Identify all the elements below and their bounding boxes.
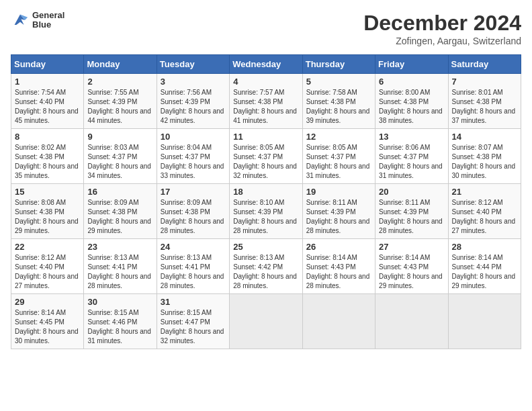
day-number: 3 bbox=[161, 77, 226, 87]
day-info: Sunrise: 7:54 AMSunset: 4:40 PMDaylight:… bbox=[15, 88, 80, 126]
day-number: 19 bbox=[306, 187, 371, 197]
calendar-week-row: 15Sunrise: 8:08 AMSunset: 4:38 PMDayligh… bbox=[11, 184, 521, 239]
day-info: Sunrise: 8:14 AMSunset: 4:43 PMDaylight:… bbox=[379, 253, 444, 291]
logo: General Blue bbox=[11, 11, 64, 30]
calendar-cell bbox=[230, 294, 302, 349]
day-number: 18 bbox=[233, 187, 298, 197]
calendar-cell: 26Sunrise: 8:14 AMSunset: 4:43 PMDayligh… bbox=[302, 239, 375, 294]
day-number: 28 bbox=[452, 242, 517, 252]
calendar-cell: 17Sunrise: 8:09 AMSunset: 4:38 PMDayligh… bbox=[157, 184, 229, 239]
day-number: 22 bbox=[15, 242, 80, 252]
day-number: 20 bbox=[379, 187, 444, 197]
day-number: 14 bbox=[452, 132, 517, 142]
calendar-cell: 16Sunrise: 8:09 AMSunset: 4:38 PMDayligh… bbox=[84, 184, 157, 239]
calendar-cell: 6Sunrise: 8:00 AMSunset: 4:38 PMDaylight… bbox=[375, 74, 448, 129]
weekday-header-friday: Friday bbox=[375, 55, 448, 74]
calendar-cell: 4Sunrise: 7:57 AMSunset: 4:38 PMDaylight… bbox=[230, 74, 302, 129]
day-number: 17 bbox=[161, 187, 226, 197]
day-number: 23 bbox=[87, 242, 152, 252]
weekday-header-saturday: Saturday bbox=[448, 55, 521, 74]
day-number: 26 bbox=[306, 242, 371, 252]
day-info: Sunrise: 8:08 AMSunset: 4:38 PMDaylight:… bbox=[15, 198, 80, 236]
calendar-cell: 8Sunrise: 8:02 AMSunset: 4:38 PMDaylight… bbox=[11, 129, 84, 184]
calendar-week-row: 29Sunrise: 8:14 AMSunset: 4:45 PMDayligh… bbox=[11, 294, 521, 349]
calendar-cell: 27Sunrise: 8:14 AMSunset: 4:43 PMDayligh… bbox=[375, 239, 448, 294]
calendar-week-row: 1Sunrise: 7:54 AMSunset: 4:40 PMDaylight… bbox=[11, 74, 521, 129]
calendar-week-row: 22Sunrise: 8:12 AMSunset: 4:40 PMDayligh… bbox=[11, 239, 521, 294]
calendar-cell: 10Sunrise: 8:04 AMSunset: 4:37 PMDayligh… bbox=[157, 129, 229, 184]
logo-text: General Blue bbox=[32, 11, 64, 30]
day-info: Sunrise: 8:05 AMSunset: 4:37 PMDaylight:… bbox=[306, 143, 371, 181]
calendar-cell: 1Sunrise: 7:54 AMSunset: 4:40 PMDaylight… bbox=[11, 74, 84, 129]
calendar-cell: 20Sunrise: 8:11 AMSunset: 4:39 PMDayligh… bbox=[375, 184, 448, 239]
day-info: Sunrise: 8:11 AMSunset: 4:39 PMDaylight:… bbox=[379, 198, 444, 236]
day-info: Sunrise: 8:07 AMSunset: 4:38 PMDaylight:… bbox=[452, 143, 517, 181]
day-number: 1 bbox=[15, 77, 80, 87]
day-number: 4 bbox=[233, 77, 298, 87]
location-title: Zofingen, Aargau, Switzerland bbox=[363, 36, 521, 46]
calendar-cell: 13Sunrise: 8:06 AMSunset: 4:37 PMDayligh… bbox=[375, 129, 448, 184]
day-number: 12 bbox=[306, 132, 371, 142]
day-info: Sunrise: 8:04 AMSunset: 4:37 PMDaylight:… bbox=[161, 143, 226, 181]
title-area: December 2024 Zofingen, Aargau, Switzerl… bbox=[363, 11, 521, 46]
day-info: Sunrise: 8:09 AMSunset: 4:38 PMDaylight:… bbox=[161, 198, 226, 236]
weekday-header-thursday: Thursday bbox=[302, 55, 375, 74]
day-info: Sunrise: 8:15 AMSunset: 4:46 PMDaylight:… bbox=[87, 308, 152, 346]
day-number: 2 bbox=[87, 77, 152, 87]
day-info: Sunrise: 8:13 AMSunset: 4:42 PMDaylight:… bbox=[233, 253, 298, 291]
calendar-cell: 25Sunrise: 8:13 AMSunset: 4:42 PMDayligh… bbox=[230, 239, 302, 294]
day-number: 16 bbox=[87, 187, 152, 197]
day-info: Sunrise: 8:14 AMSunset: 4:43 PMDaylight:… bbox=[306, 253, 371, 291]
day-info: Sunrise: 8:12 AMSunset: 4:40 PMDaylight:… bbox=[452, 198, 517, 236]
logo-line2: Blue bbox=[32, 20, 64, 30]
calendar-cell bbox=[448, 294, 521, 349]
day-info: Sunrise: 8:09 AMSunset: 4:38 PMDaylight:… bbox=[87, 198, 152, 236]
day-info: Sunrise: 8:14 AMSunset: 4:45 PMDaylight:… bbox=[15, 308, 80, 346]
day-info: Sunrise: 8:00 AMSunset: 4:38 PMDaylight:… bbox=[379, 88, 444, 126]
day-number: 27 bbox=[379, 242, 444, 252]
day-info: Sunrise: 8:14 AMSunset: 4:44 PMDaylight:… bbox=[452, 253, 517, 291]
day-info: Sunrise: 8:11 AMSunset: 4:39 PMDaylight:… bbox=[306, 198, 371, 236]
calendar-cell: 30Sunrise: 8:15 AMSunset: 4:46 PMDayligh… bbox=[84, 294, 157, 349]
day-number: 13 bbox=[379, 132, 444, 142]
calendar-cell: 18Sunrise: 8:10 AMSunset: 4:39 PMDayligh… bbox=[230, 184, 302, 239]
day-info: Sunrise: 8:15 AMSunset: 4:47 PMDaylight:… bbox=[161, 308, 226, 346]
calendar-cell: 12Sunrise: 8:05 AMSunset: 4:37 PMDayligh… bbox=[302, 129, 375, 184]
day-number: 9 bbox=[87, 132, 152, 142]
day-info: Sunrise: 8:03 AMSunset: 4:37 PMDaylight:… bbox=[87, 143, 152, 181]
calendar-table: SundayMondayTuesdayWednesdayThursdayFrid… bbox=[11, 54, 521, 349]
weekday-header-monday: Monday bbox=[84, 55, 157, 74]
day-info: Sunrise: 8:06 AMSunset: 4:37 PMDaylight:… bbox=[379, 143, 444, 181]
logo-line1: General bbox=[32, 11, 64, 20]
day-number: 31 bbox=[161, 297, 226, 307]
calendar-cell: 29Sunrise: 8:14 AMSunset: 4:45 PMDayligh… bbox=[11, 294, 84, 349]
day-info: Sunrise: 8:01 AMSunset: 4:38 PMDaylight:… bbox=[452, 88, 517, 126]
calendar-cell: 21Sunrise: 8:12 AMSunset: 4:40 PMDayligh… bbox=[448, 184, 521, 239]
calendar-cell: 11Sunrise: 8:05 AMSunset: 4:37 PMDayligh… bbox=[230, 129, 302, 184]
day-number: 25 bbox=[233, 242, 298, 252]
day-number: 30 bbox=[87, 297, 152, 307]
calendar-cell: 22Sunrise: 8:12 AMSunset: 4:40 PMDayligh… bbox=[11, 239, 84, 294]
calendar-cell: 2Sunrise: 7:55 AMSunset: 4:39 PMDaylight… bbox=[84, 74, 157, 129]
calendar-cell: 23Sunrise: 8:13 AMSunset: 4:41 PMDayligh… bbox=[84, 239, 157, 294]
day-number: 15 bbox=[15, 187, 80, 197]
day-info: Sunrise: 8:05 AMSunset: 4:37 PMDaylight:… bbox=[233, 143, 298, 181]
calendar-cell bbox=[302, 294, 375, 349]
day-info: Sunrise: 7:55 AMSunset: 4:39 PMDaylight:… bbox=[87, 88, 152, 126]
calendar-cell: 3Sunrise: 7:56 AMSunset: 4:39 PMDaylight… bbox=[157, 74, 229, 129]
day-number: 11 bbox=[233, 132, 298, 142]
calendar-cell: 5Sunrise: 7:58 AMSunset: 4:38 PMDaylight… bbox=[302, 74, 375, 129]
calendar-cell: 14Sunrise: 8:07 AMSunset: 4:38 PMDayligh… bbox=[448, 129, 521, 184]
day-number: 5 bbox=[306, 77, 371, 87]
day-number: 24 bbox=[161, 242, 226, 252]
day-number: 7 bbox=[452, 77, 517, 87]
day-info: Sunrise: 8:13 AMSunset: 4:41 PMDaylight:… bbox=[161, 253, 226, 291]
logo-icon bbox=[11, 11, 30, 30]
day-number: 8 bbox=[15, 132, 80, 142]
weekday-header-tuesday: Tuesday bbox=[157, 55, 229, 74]
calendar-cell: 9Sunrise: 8:03 AMSunset: 4:37 PMDaylight… bbox=[84, 129, 157, 184]
calendar-cell: 7Sunrise: 8:01 AMSunset: 4:38 PMDaylight… bbox=[448, 74, 521, 129]
day-info: Sunrise: 7:58 AMSunset: 4:38 PMDaylight:… bbox=[306, 88, 371, 126]
day-info: Sunrise: 8:10 AMSunset: 4:39 PMDaylight:… bbox=[233, 198, 298, 236]
calendar-cell: 31Sunrise: 8:15 AMSunset: 4:47 PMDayligh… bbox=[157, 294, 229, 349]
